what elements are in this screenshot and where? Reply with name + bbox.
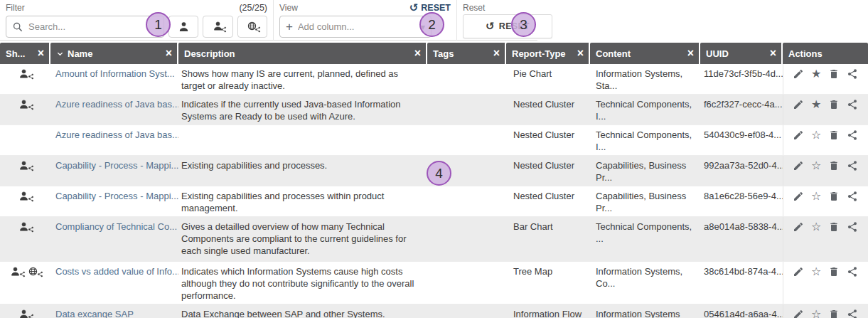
close-icon[interactable]: × bbox=[577, 48, 584, 59]
report-content: Technical Components, I... bbox=[590, 95, 700, 124]
favorite-star-icon[interactable]: ☆ bbox=[811, 129, 821, 141]
edit-icon[interactable] bbox=[793, 129, 804, 141]
favorite-star-icon[interactable]: ☆ bbox=[811, 309, 821, 318]
column-header-report-type[interactable]: Report-Type × bbox=[506, 43, 590, 64]
table-row: Azure readiness of Java bas... Nested Cl… bbox=[0, 125, 868, 156]
close-icon[interactable]: × bbox=[687, 48, 694, 59]
report-content: Information Systems, Co... bbox=[590, 262, 700, 304]
report-name-link[interactable]: Azure readiness of Java bas... bbox=[55, 99, 178, 110]
row-visibility-icons bbox=[0, 95, 50, 124]
row-actions: ☆ bbox=[783, 125, 868, 155]
report-description: Existing capabilities and processes. bbox=[178, 156, 427, 186]
column-header-tags[interactable]: Tags × bbox=[427, 43, 506, 64]
share-icon[interactable] bbox=[847, 191, 858, 202]
report-tags bbox=[427, 304, 506, 318]
favorite-star-icon[interactable]: ☆ bbox=[811, 266, 821, 277]
share-icon[interactable] bbox=[847, 266, 858, 277]
share-icon[interactable] bbox=[847, 160, 858, 171]
report-description: Gives a detailled overview of how many T… bbox=[178, 217, 427, 261]
report-content: Technical Components, ... bbox=[590, 217, 700, 261]
search-box[interactable] bbox=[6, 16, 164, 38]
delete-icon[interactable] bbox=[828, 191, 840, 202]
favorite-star-icon[interactable]: ★ bbox=[811, 68, 821, 80]
report-name-link[interactable]: Capability - Process - Mappi... bbox=[55, 191, 178, 201]
row-actions: ★ bbox=[783, 95, 868, 124]
share-icon[interactable] bbox=[847, 99, 858, 110]
report-uuid: 992aa73a-52d0-4... bbox=[700, 156, 783, 186]
delete-icon[interactable] bbox=[828, 221, 840, 233]
report-uuid: f6c2f327-cecc-4a... bbox=[700, 95, 783, 124]
report-name-link[interactable]: Amount of Information Syst... bbox=[55, 68, 175, 79]
person-share-icon bbox=[18, 221, 32, 233]
filter-globe-share-button[interactable] bbox=[237, 16, 267, 38]
favorite-star-icon[interactable]: ★ bbox=[811, 99, 821, 110]
favorite-star-icon[interactable]: ☆ bbox=[811, 160, 821, 171]
delete-icon[interactable] bbox=[828, 68, 840, 80]
report-name-link[interactable]: Compliancy of Technical Co... bbox=[55, 221, 177, 232]
person-share-icon bbox=[18, 191, 32, 203]
delete-icon[interactable] bbox=[828, 99, 840, 110]
report-content: Technical Components, I... bbox=[590, 125, 700, 155]
report-tags bbox=[427, 262, 506, 304]
edit-icon[interactable] bbox=[793, 68, 804, 80]
delete-icon[interactable] bbox=[828, 160, 840, 171]
close-icon[interactable]: × bbox=[770, 48, 776, 59]
close-icon[interactable]: × bbox=[493, 48, 500, 59]
annotation-marker-3: 3 bbox=[511, 12, 536, 37]
row-actions: ★ bbox=[783, 64, 868, 94]
report-description: Indicates if the currently used Java-bas… bbox=[178, 95, 427, 124]
favorite-star-icon[interactable]: ☆ bbox=[811, 221, 821, 233]
table-row: Compliancy of Technical Co... Gives a de… bbox=[0, 217, 868, 262]
column-header-uuid[interactable]: UUID × bbox=[700, 43, 783, 64]
table-body: Amount of Information Syst... Shows how … bbox=[0, 64, 868, 318]
report-type: Bar Chart bbox=[506, 217, 590, 261]
report-name-link[interactable]: Costs vs added value of Info... bbox=[55, 266, 178, 277]
delete-icon[interactable] bbox=[828, 266, 840, 277]
report-type: Nested Cluster bbox=[506, 186, 590, 216]
table-row: Azure readiness of Java bas... Indicates… bbox=[0, 95, 868, 125]
share-icon[interactable] bbox=[847, 309, 858, 318]
report-name-link[interactable]: Azure readiness of Java bas... bbox=[55, 129, 178, 140]
annotation-marker-1: 1 bbox=[146, 12, 171, 37]
share-icon[interactable] bbox=[847, 68, 858, 80]
column-header-description[interactable]: Description × bbox=[178, 43, 427, 64]
table-row: Capability - Process - Mappi... Existing… bbox=[0, 186, 868, 217]
edit-icon[interactable] bbox=[793, 309, 804, 318]
search-input[interactable] bbox=[28, 21, 158, 32]
report-name-link[interactable]: Data excange SAP bbox=[55, 309, 134, 318]
edit-icon[interactable] bbox=[793, 160, 804, 171]
column-header-sh[interactable]: Sh... × bbox=[0, 43, 50, 64]
person-share-icon bbox=[18, 68, 32, 80]
add-column-input[interactable] bbox=[298, 21, 416, 32]
row-visibility-icons bbox=[0, 186, 50, 216]
report-description: Indicates which Information Systems caus… bbox=[178, 262, 427, 304]
report-name-link[interactable]: Capability - Process - Mappi... bbox=[55, 160, 178, 171]
row-visibility-icons bbox=[0, 217, 50, 261]
edit-icon[interactable] bbox=[793, 221, 804, 233]
favorite-star-icon[interactable]: ☆ bbox=[811, 191, 821, 202]
report-uuid: 38c614bd-874a-4... bbox=[700, 262, 783, 304]
edit-icon[interactable] bbox=[793, 99, 804, 110]
share-icon[interactable] bbox=[847, 221, 858, 233]
share-icon[interactable] bbox=[847, 129, 858, 141]
report-description: Data Exchange between SAP and other Syst… bbox=[178, 304, 427, 318]
add-column-dropdown[interactable]: + ▾ bbox=[279, 16, 432, 38]
edit-icon[interactable] bbox=[793, 191, 804, 202]
close-icon[interactable]: × bbox=[414, 48, 421, 59]
filter-person-share-button[interactable] bbox=[203, 16, 232, 38]
undo-icon: ↺ bbox=[409, 3, 419, 14]
result-count: (25/25) bbox=[239, 3, 267, 13]
close-icon[interactable]: × bbox=[166, 48, 172, 59]
delete-icon[interactable] bbox=[828, 129, 840, 141]
globe-share-icon bbox=[245, 21, 259, 33]
report-type: Tree Map bbox=[506, 262, 590, 304]
report-uuid: a8e014a8-5838-4... bbox=[700, 217, 783, 261]
column-header-name[interactable]: Name × bbox=[50, 43, 178, 64]
edit-icon[interactable] bbox=[793, 266, 804, 277]
delete-icon[interactable] bbox=[828, 309, 840, 318]
column-header-content[interactable]: Content × bbox=[590, 43, 700, 64]
report-uuid: 540430c9-ef08-4... bbox=[700, 125, 783, 155]
filter-person-button[interactable] bbox=[168, 16, 198, 38]
close-icon[interactable]: × bbox=[38, 48, 44, 59]
row-actions: ☆ bbox=[783, 304, 868, 318]
